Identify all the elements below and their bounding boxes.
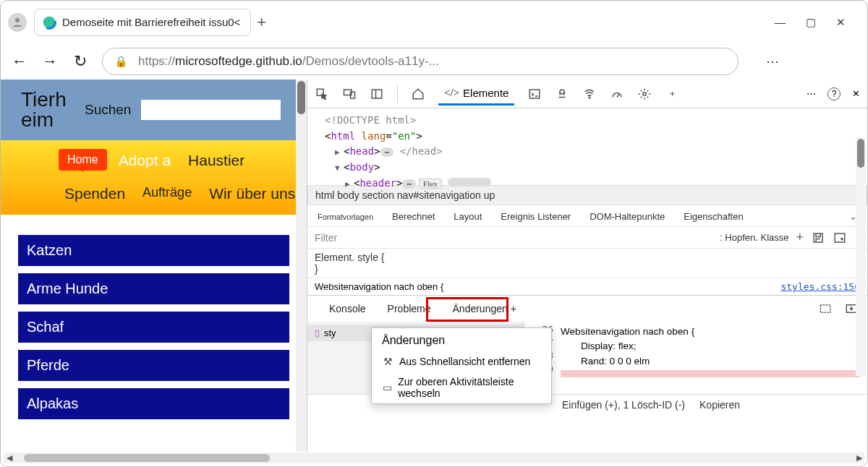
save-icon[interactable] xyxy=(811,231,825,245)
network-tab-icon[interactable] xyxy=(582,87,597,101)
unpin-icon: ⚒ xyxy=(382,356,393,367)
nav-about[interactable]: Wir über uns xyxy=(203,182,301,205)
browser-tab[interactable]: Demoseite mit Barrierefreiheit issu0< xyxy=(34,9,251,36)
panel-icon[interactable] xyxy=(370,87,384,101)
category-list: Katzen Arme Hunde Schaf Pferde Alpakas xyxy=(1,215,307,419)
close-devtools[interactable]: ✕ xyxy=(852,88,860,99)
context-menu-move-top[interactable]: ▭ Zur oberen Aktivitätsleiste wechseln xyxy=(372,372,551,403)
svg-rect-6 xyxy=(372,90,382,98)
drawer-tab-problems[interactable]: Probleme xyxy=(388,303,431,314)
help-icon[interactable]: ? xyxy=(827,87,841,100)
site-title: Tierheim xyxy=(21,90,79,130)
tab-title: Demoseite mit Barrierefreiheit issu0< xyxy=(62,16,240,28)
scroll-right-arrow[interactable]: ▶ xyxy=(854,453,864,463)
maximize-button[interactable]: ▢ xyxy=(806,16,816,29)
window-hscroll[interactable]: ◀ ▶ xyxy=(4,453,864,463)
drawer-tab-changes[interactable]: Änderungen + xyxy=(453,303,516,314)
performance-tab-icon[interactable] xyxy=(610,87,624,101)
drawer-tabs: Konsole Probleme Änderungen + xyxy=(307,296,867,322)
window-controls: — ▢ ✕ xyxy=(775,16,860,29)
close-button[interactable]: ✕ xyxy=(836,16,846,29)
forward-button[interactable]: → xyxy=(41,52,59,71)
list-item[interactable]: Arme Hunde xyxy=(18,273,289,304)
inspect-icon[interactable] xyxy=(315,87,329,101)
site-header: Tierheim Suchen xyxy=(1,80,307,140)
tab-dom-bp[interactable]: DOM-Haltepunkte xyxy=(590,211,665,222)
list-item[interactable]: Katzen xyxy=(18,235,289,266)
new-style-button[interactable]: + xyxy=(796,230,804,245)
drawer-dock-icon[interactable] xyxy=(818,301,833,316)
nav-jobs[interactable]: Aufträge xyxy=(137,182,197,203)
address-bar[interactable]: 🔒 https://microsoftedge.github.io/Demos/… xyxy=(102,48,739,75)
nav-home[interactable]: Home xyxy=(59,149,107,171)
site-nav: Home Adopt a Haustier Spenden Aufträge W… xyxy=(1,140,307,215)
devtools-toolbar: </>Elemente + ⋯ ? ✕ xyxy=(307,80,867,108)
hov-toggle[interactable]: : Hopfen. Klasse xyxy=(720,232,788,243)
rule-selector[interactable]: Websitenavigation nach oben { xyxy=(315,281,443,292)
list-item[interactable]: Pferde xyxy=(18,350,289,381)
svg-rect-14 xyxy=(835,234,845,242)
svg-point-9 xyxy=(560,90,564,94)
svg-point-12 xyxy=(643,92,647,95)
svg-point-10 xyxy=(590,97,591,98)
back-button[interactable]: ← xyxy=(11,52,28,71)
minimize-button[interactable]: — xyxy=(775,16,786,29)
file-icon: ▯ xyxy=(315,327,320,338)
profile-avatar[interactable] xyxy=(8,13,27,32)
sources-tab-icon[interactable] xyxy=(555,87,569,101)
dom-tree[interactable]: <!DOCTYPE html> <html lang="en"> ▶<head>… xyxy=(307,108,867,185)
search-input[interactable] xyxy=(141,100,281,120)
devtools: </>Elemente + ⋯ ? ✕ <!DOCTYPE html> <htm… xyxy=(307,80,867,452)
lock-icon: 🔒 xyxy=(114,55,128,68)
browser-menu-button[interactable]: ⋯ xyxy=(766,53,779,69)
svg-rect-8 xyxy=(530,90,540,98)
title-bar: Demoseite mit Barrierefreiheit issu0< + … xyxy=(1,1,867,43)
tab-props[interactable]: Eigenschaften xyxy=(684,211,743,222)
context-menu-title: Änderungen xyxy=(372,328,551,351)
rule-source-link[interactable]: styles.css:156 xyxy=(780,281,860,292)
tab-events[interactable]: Ereignis Listener xyxy=(501,211,571,222)
toggle-layout-icon[interactable] xyxy=(833,231,847,245)
address-bar-row: ← → ↻ 🔒 https://microsoftedge.github.io/… xyxy=(1,43,867,80)
copy-button[interactable]: Kopieren xyxy=(699,399,740,411)
devtools-body: <!DOCTYPE html> <html lang="en"> ▶<head>… xyxy=(307,108,867,452)
file-name: sty xyxy=(324,327,336,338)
elements-tab[interactable]: </>Elemente xyxy=(438,82,514,106)
styles-filter-row: Filter : Hopfen. Klasse + xyxy=(307,227,867,249)
tab-computed[interactable]: Berechnet xyxy=(392,211,435,222)
list-item[interactable]: Alpakas xyxy=(18,388,289,419)
more-tabs-button[interactable]: + xyxy=(665,87,679,101)
search-label: Suchen xyxy=(85,102,131,118)
drawer-code[interactable]: Websitenavigation nach oben { Display: f… xyxy=(553,322,867,394)
style-rules[interactable]: Element. style { } xyxy=(307,249,867,278)
window-icon: ▭ xyxy=(382,382,392,393)
new-tab-button[interactable]: + xyxy=(257,13,266,32)
scroll-left-arrow[interactable]: ◀ xyxy=(4,453,14,463)
context-menu-remove[interactable]: ⚒ Aus Schnellansicht entfernen xyxy=(372,351,551,372)
drawer-tab-console[interactable]: Konsole xyxy=(329,303,366,314)
diff-summary: Einfügen (+), 1 Lösch-ID (-) xyxy=(562,399,685,411)
refresh-button[interactable]: ↻ xyxy=(72,52,89,71)
devtools-menu[interactable]: ⋯ xyxy=(807,88,816,99)
device-icon[interactable] xyxy=(342,87,357,101)
main-split: Tierheim Suchen Home Adopt a Haustier Sp… xyxy=(1,80,867,452)
page-vscroll[interactable] xyxy=(296,80,307,452)
svg-rect-15 xyxy=(820,305,830,313)
svg-point-0 xyxy=(15,18,20,22)
edge-icon xyxy=(42,15,56,30)
tab-layout[interactable]: Layout xyxy=(454,211,482,222)
nav-donate[interactable]: Spenden xyxy=(59,182,131,205)
list-item[interactable]: Schaf xyxy=(18,312,289,343)
settings-icon[interactable] xyxy=(637,87,652,101)
tab-strip: Demoseite mit Barrierefreiheit issu0< + xyxy=(34,9,767,36)
devtools-drawer: Konsole Probleme Änderungen + ▯ sty xyxy=(307,295,867,415)
welcome-tab[interactable] xyxy=(411,87,425,101)
page-viewport: Tierheim Suchen Home Adopt a Haustier Sp… xyxy=(1,80,307,452)
tab-formats[interactable]: Formatvorlagen xyxy=(318,213,373,221)
console-tab-icon[interactable] xyxy=(527,87,542,101)
devtools-vscroll[interactable] xyxy=(856,137,866,376)
svg-line-11 xyxy=(617,94,619,98)
styles-filter[interactable]: Filter xyxy=(315,232,712,244)
nav-pet[interactable]: Haustier xyxy=(182,149,250,172)
nav-adopt[interactable]: Adopt a xyxy=(113,149,176,172)
